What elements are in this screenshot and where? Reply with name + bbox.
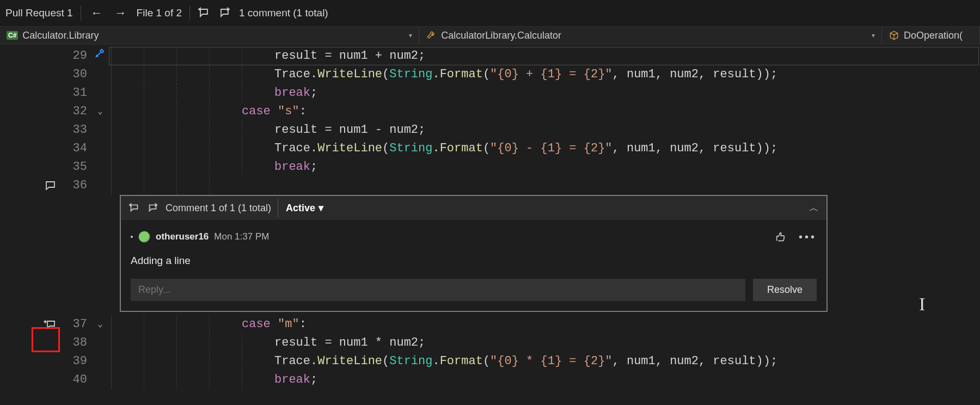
code-text: Trace.WriteLine(String.Format("{0} * {1}… (111, 352, 777, 371)
line-number: 32 (65, 102, 93, 121)
comment-thread-icon[interactable] (44, 179, 57, 192)
code-line[interactable]: 35 break; (0, 158, 980, 176)
avatar (138, 231, 150, 243)
comment-panel-header: Comment 1 of 1 (1 total) Active ▾ ︿ (121, 196, 826, 220)
pr-title: Pull Request 1 (5, 7, 73, 19)
line-number: 34 (65, 139, 93, 158)
next-comment-icon[interactable] (147, 202, 159, 214)
breadcrumb-method-label: DoOperation( (904, 30, 963, 41)
code-text (111, 176, 242, 195)
file-counter: File 1 of 2 (137, 7, 182, 19)
comment-text: Adding a line (131, 251, 817, 270)
comment-summary: 1 comment (1 total) (239, 7, 328, 19)
line-number: 39 (65, 352, 93, 371)
code-line[interactable]: 30 Trace.WriteLine(String.Format("{0} + … (0, 65, 980, 84)
breadcrumb-namespace-label: Calculator.Library (22, 30, 99, 41)
code-line[interactable]: 36 (0, 176, 980, 195)
reply-input[interactable] (131, 279, 745, 301)
comment-author: otheruser16 (156, 228, 209, 246)
code-editor[interactable]: 29 result = num1 + num2; 30 Trace.WriteL… (0, 45, 980, 389)
comment-status-label: Active (286, 199, 315, 217)
divider (81, 5, 81, 21)
comment-time: Mon 1:37 PM (214, 228, 269, 246)
code-text: break; (111, 371, 317, 389)
code-line[interactable]: 39 Trace.WriteLine(String.Format("{0} * … (0, 352, 980, 371)
comment-controls: Resolve (131, 279, 817, 301)
prev-comment-icon[interactable] (128, 202, 140, 214)
comment-meta: otheruser16 Mon 1:37 PM ••• (131, 228, 817, 246)
code-line[interactable]: 31 break; (0, 84, 980, 102)
code-line[interactable]: 29 result = num1 + num2; (0, 47, 980, 65)
fold-toggle[interactable]: ⌄ (93, 315, 108, 334)
line-number: 37 (65, 315, 93, 334)
breadcrumb: C# Calculator.Library ▾ CalculatorLibrar… (0, 26, 980, 45)
code-text: result = num1 - num2; (111, 121, 425, 139)
code-line[interactable]: 40 break; (0, 371, 980, 389)
chevron-down-icon: ▾ (409, 32, 412, 39)
line-number: 40 (65, 371, 93, 389)
code-text: break; (111, 84, 317, 102)
code-line[interactable]: 33 result = num1 - num2; (0, 121, 980, 139)
gutter (0, 176, 65, 195)
line-number: 33 (65, 121, 93, 139)
comment-body: otheruser16 Mon 1:37 PM ••• Adding a lin… (121, 220, 826, 311)
code-text: case "m": (111, 315, 307, 334)
code-text: break; (111, 158, 317, 176)
chevron-down-icon: ▾ (872, 32, 875, 39)
code-text: case "s": (111, 102, 307, 121)
prev-file-button[interactable]: ← (89, 6, 105, 20)
resolve-button[interactable]: Resolve (753, 279, 817, 301)
code-text: Trace.WriteLine(String.Format("{0} + {1}… (111, 65, 777, 84)
line-number: 30 (65, 65, 93, 84)
class-icon (426, 30, 437, 41)
breadcrumb-namespace[interactable]: C# Calculator.Library ▾ (0, 27, 419, 44)
pr-toolbar: Pull Request 1 ← → File 1 of 2 1 comment… (0, 0, 980, 26)
gutter (0, 315, 65, 334)
like-icon[interactable] (775, 231, 787, 243)
comment-counter: Comment 1 of 1 (1 total) (166, 199, 271, 217)
csharp-badge-icon: C# (7, 31, 18, 40)
next-comment-icon[interactable] (218, 7, 231, 20)
code-line[interactable]: 32 ⌄ case "s": (0, 102, 980, 121)
breadcrumb-method[interactable]: DoOperation( (882, 27, 980, 44)
line-number: 36 (65, 176, 93, 195)
code-line[interactable]: 34 Trace.WriteLine(String.Format("{0} - … (0, 139, 980, 158)
collapse-icon[interactable]: ︿ (809, 199, 819, 217)
code-line[interactable]: 38 result = num1 * num2; (0, 334, 980, 352)
fold-column (93, 47, 108, 65)
comment-panel: Comment 1 of 1 (1 total) Active ▾ ︿ othe… (120, 195, 828, 312)
unread-dot-icon (131, 236, 133, 238)
gutter (0, 47, 65, 65)
method-icon (889, 30, 899, 41)
code-text: Trace.WriteLine(String.Format("{0} - {1}… (111, 139, 777, 158)
more-icon[interactable]: ••• (799, 228, 817, 246)
code-text: result = num1 + num2; (111, 47, 425, 65)
chevron-down-icon: ▾ (318, 199, 323, 217)
divider (189, 5, 190, 21)
fold-toggle[interactable]: ⌄ (93, 102, 108, 121)
breadcrumb-class[interactable]: CalculatorLibrary.Calculator ▾ (419, 27, 882, 44)
prev-comment-icon[interactable] (198, 7, 211, 20)
add-comment-icon[interactable] (44, 318, 57, 331)
line-number: 29 (65, 47, 93, 65)
breadcrumb-class-label: CalculatorLibrary.Calculator (441, 30, 561, 41)
next-file-button[interactable]: → (113, 6, 129, 20)
code-line[interactable]: 37 ⌄ case "m": (0, 315, 980, 334)
comment-panel-container: Comment 1 of 1 (1 total) Active ▾ ︿ othe… (0, 195, 980, 312)
code-text: result = num1 * num2; (111, 334, 425, 352)
line-number: 31 (65, 84, 93, 102)
line-number: 38 (65, 334, 93, 352)
comment-status-dropdown[interactable]: Active ▾ (278, 199, 323, 217)
line-number: 35 (65, 158, 93, 176)
quick-action-icon[interactable] (94, 47, 106, 59)
